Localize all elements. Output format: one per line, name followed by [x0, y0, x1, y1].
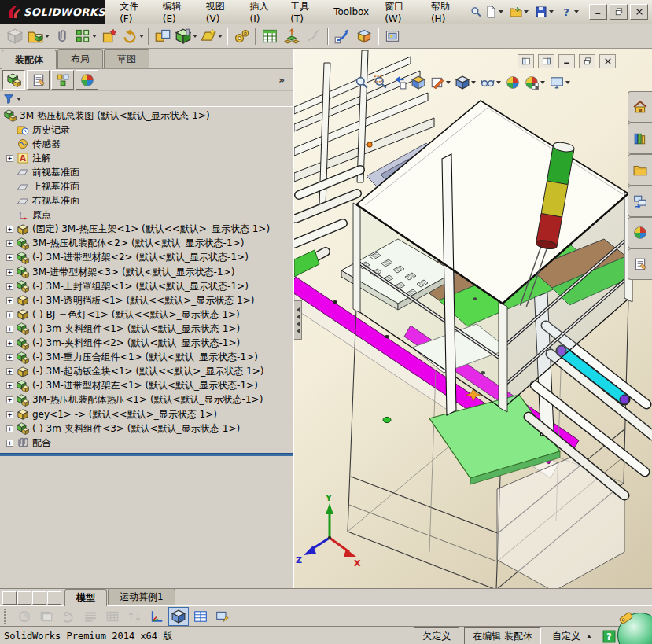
- pane-left-button[interactable]: [518, 54, 534, 68]
- scene-button[interactable]: [524, 75, 546, 90]
- dropdown-caret[interactable]: [193, 35, 197, 38]
- restore-button[interactable]: [579, 54, 595, 68]
- expand-toggle[interactable]: +: [6, 425, 13, 432]
- command-tab[interactable]: 草图: [104, 49, 149, 68]
- part-comp-button[interactable]: + (-) 3M-起动钣金块<1> (默认<<默认>_显示状态 1>): [0, 365, 293, 379]
- dropdown-caret[interactable]: [139, 35, 144, 38]
- new-doc-button[interactable]: [482, 3, 506, 20]
- filter-funnel-icon[interactable]: [3, 94, 14, 105]
- plane-button[interactable]: + 右视基准面: [0, 194, 293, 208]
- part-comp-button[interactable]: + (固定) 3M-热压主架<1> (默认<<默认>_显示状态 1>): [0, 223, 293, 237]
- disabled-chart-button[interactable]: [14, 607, 35, 626]
- dropdown-caret[interactable]: [549, 10, 554, 13]
- show-hidden-button[interactable]: [152, 25, 174, 47]
- dropdown-caret[interactable]: [496, 81, 501, 84]
- close-button[interactable]: [630, 4, 648, 20]
- pane-right-button[interactable]: [538, 54, 554, 68]
- design-library-button[interactable]: [628, 123, 652, 154]
- minimize-button[interactable]: [558, 54, 575, 68]
- assembly-comp-button[interactable]: + 3M-热压机装配体热压<1> (默认<默认_显示状态-1>): [0, 393, 293, 407]
- mate-button[interactable]: [51, 25, 73, 47]
- expand-toggle[interactable]: +: [6, 254, 13, 261]
- dropdown-caret[interactable]: [92, 35, 97, 38]
- dropdown-caret[interactable]: [45, 35, 50, 38]
- search-icon[interactable]: [470, 6, 482, 18]
- assembly-comp-button[interactable]: + (-) 3M-进带型材架左<1> (默认<默认_显示状态-1>): [0, 379, 293, 393]
- tab-nav-button[interactable]: [47, 591, 61, 605]
- expand-toggle[interactable]: +: [6, 240, 13, 247]
- expand-toggle[interactable]: +: [6, 440, 13, 447]
- assembly-comp-button[interactable]: + (-) 3m-夹料组件<2> (默认<默认_显示状态-1>): [0, 337, 293, 351]
- graphics-area[interactable]: Y Z X: [293, 49, 652, 588]
- disabled-hand-button[interactable]: [58, 607, 79, 626]
- display-manager-button[interactable]: [76, 70, 98, 90]
- expand-toggle[interactable]: +: [6, 226, 13, 233]
- custom-menu[interactable]: 自定义: [546, 628, 598, 644]
- tab-nav-button[interactable]: [32, 591, 46, 605]
- section-view-button[interactable]: [411, 75, 426, 90]
- home-button[interactable]: [628, 91, 652, 123]
- insert-component-button[interactable]: [4, 25, 26, 47]
- minimize-button[interactable]: [589, 4, 607, 20]
- display-style-button[interactable]: [455, 75, 477, 90]
- axes-chart-button[interactable]: [146, 607, 167, 626]
- assembly-comp-button[interactable]: + (-) 3M-进带型材架<2> (默认<默认_显示状态-1>): [0, 251, 293, 265]
- expand-toggle[interactable]: +: [6, 311, 13, 318]
- table-grid-button[interactable]: [190, 607, 211, 626]
- expand-toggle[interactable]: +: [6, 396, 13, 403]
- zoom-area-button[interactable]: [373, 75, 389, 90]
- assembly-comp-button[interactable]: + (-) 3M-上封罩组架<1> (默认<默认_显示状态-1>): [0, 279, 293, 293]
- dropdown-caret[interactable]: [540, 81, 545, 84]
- assembly-comp-button[interactable]: + (-) 3M-重力压合组件<1> (默认<默认_显示状态-1>): [0, 351, 293, 365]
- hide-show-button[interactable]: [480, 75, 502, 90]
- reference-geometry-button[interactable]: [199, 25, 224, 47]
- expand-toggle[interactable]: +: [6, 368, 13, 375]
- configurations-button[interactable]: [51, 70, 74, 90]
- restore-button[interactable]: [610, 4, 628, 20]
- insert-components-button[interactable]: [26, 25, 51, 47]
- study-tab[interactable]: 运动算例1: [108, 588, 175, 605]
- smart-fasteners-button[interactable]: [98, 25, 120, 47]
- disabled-layers-button[interactable]: [36, 607, 57, 626]
- menu-item[interactable]: Toolbox: [326, 2, 377, 22]
- feature-manager-splitter[interactable]: [0, 453, 293, 456]
- annotations-button[interactable]: + A 注解: [0, 151, 293, 165]
- snapshot-button[interactable]: [381, 25, 403, 47]
- appearance-button[interactable]: [505, 75, 521, 90]
- command-tab[interactable]: 装配体: [2, 50, 57, 69]
- motion-study-button[interactable]: [230, 25, 252, 47]
- view-palette-button[interactable]: [628, 186, 652, 217]
- tree-filter-bar[interactable]: [0, 91, 293, 107]
- toolbar-drag-handle[interactable]: [4, 609, 9, 624]
- file-explorer-button[interactable]: [628, 154, 652, 186]
- capture-button[interactable]: [212, 607, 233, 626]
- tab-nav-button[interactable]: [2, 591, 17, 605]
- dropdown-caret[interactable]: [524, 10, 529, 13]
- disabled-lines-button[interactable]: [80, 607, 101, 626]
- assembly-comp-button[interactable]: + (-) 3m-夹料组件<3> (默认<默认_显示状态-1>): [0, 421, 293, 436]
- filter-caret[interactable]: [17, 98, 21, 101]
- expand-toggle[interactable]: +: [6, 382, 13, 389]
- large-assembly-button[interactable]: [331, 25, 353, 47]
- expand-toggle[interactable]: +: [6, 354, 13, 361]
- previous-view-button[interactable]: [392, 75, 407, 90]
- zoom-fit-button[interactable]: [354, 75, 370, 90]
- expand-toggle[interactable]: +: [6, 326, 13, 333]
- open-doc-button[interactable]: [507, 3, 531, 20]
- exploded-view-button[interactable]: [281, 25, 303, 47]
- study-tab[interactable]: 模型: [64, 589, 107, 606]
- part-comp-button[interactable]: + gey<1> -> (默认<<默认>_显示状态 1>): [0, 407, 293, 421]
- disabled-swap-button[interactable]: [124, 607, 145, 626]
- custom-properties-button[interactable]: [628, 248, 652, 280]
- assembly-comp-button[interactable]: + (-) 3m-夹料组件<1> (默认<默认_显示状态-1>): [0, 322, 293, 336]
- mates-button[interactable]: + 配合: [0, 436, 293, 450]
- dropdown-caret[interactable]: [565, 81, 570, 84]
- plane-button[interactable]: + 前视基准面: [0, 165, 293, 179]
- display-style-button[interactable]: [168, 607, 189, 626]
- part-comp-button[interactable]: + (-) 3M-透明挡板<1> (默认<<默认>_显示状态 1>): [0, 293, 293, 307]
- view-orientation-button[interactable]: [429, 75, 451, 90]
- linear-pattern-button[interactable]: [73, 25, 98, 47]
- dropdown-caret[interactable]: [471, 81, 476, 84]
- dropdown-caret[interactable]: [446, 81, 451, 84]
- dropdown-caret[interactable]: [218, 35, 223, 38]
